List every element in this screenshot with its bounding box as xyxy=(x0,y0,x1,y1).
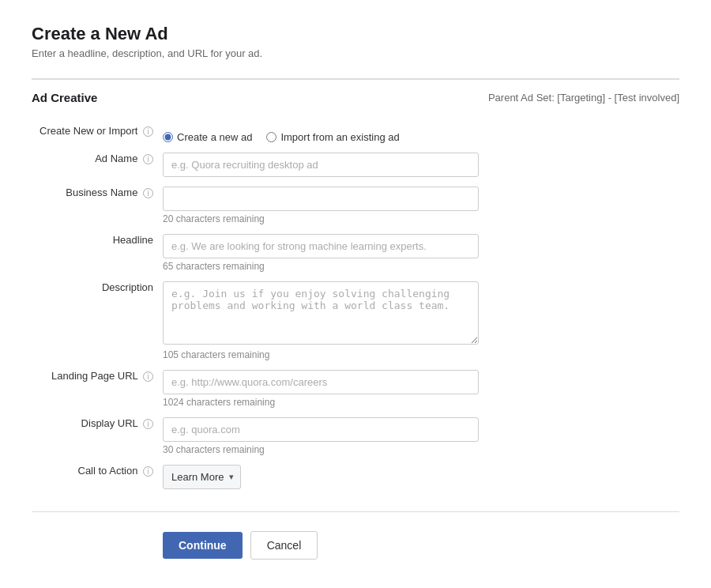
page-title: Create a New Ad xyxy=(32,24,679,44)
landing-page-url-info-icon[interactable]: i xyxy=(143,371,153,382)
headline-hint: 65 characters remaining xyxy=(163,261,675,272)
create-new-radio-option[interactable]: Create a new ad xyxy=(163,131,252,143)
ad-name-input[interactable] xyxy=(163,153,479,177)
cta-select-wrapper: Learn More Sign Up Contact Us Download G… xyxy=(163,465,241,489)
create-new-info-icon[interactable]: i xyxy=(143,126,153,137)
cancel-button[interactable]: Cancel xyxy=(250,531,318,560)
business-name-hint: 20 characters remaining xyxy=(163,213,675,224)
create-new-or-import-label: Create New or Import i xyxy=(32,119,158,146)
description-label: Description xyxy=(32,275,158,364)
landing-page-url-input[interactable] xyxy=(163,370,479,394)
description-row: Description 105 characters remaining xyxy=(32,275,679,364)
create-new-or-import-field: Create a new ad Import from an existing … xyxy=(158,119,679,146)
page-subtitle: Enter a headline, description, and URL f… xyxy=(32,47,679,59)
ad-creative-title: Ad Creative xyxy=(32,91,97,104)
ad-form: Create New or Import i Create a new ad I… xyxy=(32,119,679,492)
display-url-hint: 30 characters remaining xyxy=(163,444,675,455)
headline-row: Headline 65 characters remaining xyxy=(32,228,679,275)
landing-page-url-row: Landing Page URL i 1024 characters remai… xyxy=(32,364,679,411)
import-radio-option[interactable]: Import from an existing ad xyxy=(266,131,399,143)
business-name-label: Business Name i xyxy=(32,180,158,228)
display-url-info-icon[interactable]: i xyxy=(143,419,153,429)
call-to-action-row: Call to Action i Learn More Sign Up Cont… xyxy=(32,458,679,492)
cta-select[interactable]: Learn More Sign Up Contact Us Download G… xyxy=(164,466,228,488)
ad-name-label: Ad Name i xyxy=(32,146,158,180)
headline-label: Headline xyxy=(32,228,158,275)
call-to-action-label: Call to Action i xyxy=(32,458,158,492)
business-name-row: Business Name i 20 characters remaining xyxy=(32,180,679,228)
display-url-input[interactable] xyxy=(163,417,479,442)
business-name-info-icon[interactable]: i xyxy=(143,188,153,198)
create-new-radio[interactable] xyxy=(163,132,173,142)
continue-button[interactable]: Continue xyxy=(163,532,243,559)
ad-name-info-icon[interactable]: i xyxy=(143,154,153,164)
ad-name-field xyxy=(158,146,679,180)
landing-page-url-hint: 1024 characters remaining xyxy=(163,397,675,408)
description-hint: 105 characters remaining xyxy=(163,349,675,360)
import-radio-label: Import from an existing ad xyxy=(280,131,399,143)
action-row: Continue Cancel xyxy=(32,531,679,560)
ad-creative-section-header: Ad Creative Parent Ad Set: [Targeting] -… xyxy=(32,78,679,104)
ad-name-row: Ad Name i xyxy=(32,146,679,180)
call-to-action-info-icon[interactable]: i xyxy=(143,466,153,477)
display-url-field: 30 characters remaining xyxy=(158,411,679,458)
import-radio[interactable] xyxy=(266,132,276,142)
landing-page-url-label: Landing Page URL i xyxy=(32,364,158,411)
headline-field: 65 characters remaining xyxy=(158,228,679,275)
parent-ad-set-label: Parent Ad Set: [Targeting] - [Test invol… xyxy=(488,92,679,104)
chevron-down-icon: ▾ xyxy=(228,466,240,488)
create-new-radio-label: Create a new ad xyxy=(177,131,252,143)
display-url-label: Display URL i xyxy=(32,411,158,458)
business-name-field: 20 characters remaining xyxy=(158,180,679,228)
display-url-row: Display URL i 30 characters remaining xyxy=(32,411,679,458)
landing-page-url-field: 1024 characters remaining xyxy=(158,364,679,411)
create-new-or-import-row: Create New or Import i Create a new ad I… xyxy=(32,119,679,146)
call-to-action-field: Learn More Sign Up Contact Us Download G… xyxy=(158,458,679,492)
business-name-input[interactable] xyxy=(163,187,479,211)
headline-input[interactable] xyxy=(163,234,479,258)
description-field: 105 characters remaining xyxy=(158,275,679,364)
form-divider xyxy=(32,511,679,512)
description-input[interactable] xyxy=(163,281,479,345)
radio-group: Create a new ad Import from an existing … xyxy=(163,125,675,143)
